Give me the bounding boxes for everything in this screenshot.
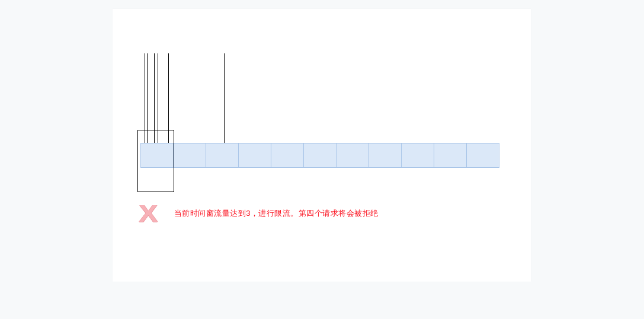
request-line bbox=[224, 53, 225, 143]
timeline-cell bbox=[466, 143, 499, 168]
request-line bbox=[168, 53, 169, 143]
rate-limit-caption: X 当前时间窗流量达到3，进行限流。第四个请求将会被拒绝 bbox=[140, 202, 379, 225]
timeline-cell bbox=[369, 143, 402, 168]
diagram-canvas: X 当前时间窗流量达到3，进行限流。第四个请求将会被拒绝 bbox=[113, 9, 531, 282]
timeline-cell bbox=[271, 143, 304, 168]
timeline-cell bbox=[303, 143, 337, 168]
timeline-cell bbox=[206, 143, 239, 168]
timeline-cell bbox=[238, 143, 271, 168]
reject-x-icon: X bbox=[139, 202, 158, 225]
timeline-cell bbox=[173, 143, 206, 168]
timeline-cell bbox=[401, 143, 434, 168]
request-line bbox=[145, 53, 145, 143]
request-line bbox=[147, 53, 148, 143]
timeline-row bbox=[140, 143, 499, 168]
caption-text: 当前时间窗流量达到3，进行限流。第四个请求将会被拒绝 bbox=[174, 208, 379, 219]
timeline-cell bbox=[434, 143, 467, 168]
request-line bbox=[158, 53, 158, 143]
timeline-cell bbox=[336, 143, 369, 168]
request-line bbox=[154, 53, 155, 143]
